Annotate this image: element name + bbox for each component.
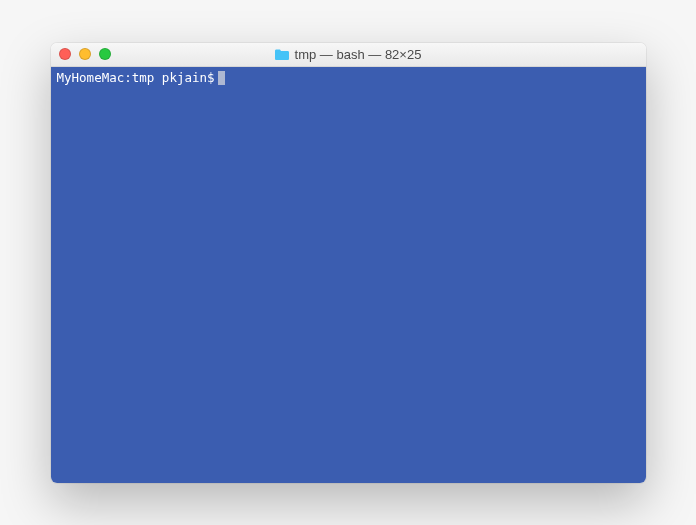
window-controls	[59, 48, 111, 60]
title-area: tmp — bash — 82×25	[51, 47, 646, 62]
terminal-body[interactable]: MyHomeMac:tmp pkjain$	[51, 67, 646, 483]
folder-icon	[275, 49, 289, 60]
cursor-block	[218, 71, 225, 85]
maximize-button[interactable]	[99, 48, 111, 60]
terminal-window: tmp — bash — 82×25 MyHomeMac:tmp pkjain$	[51, 43, 646, 483]
prompt-line: MyHomeMac:tmp pkjain$	[57, 70, 640, 87]
minimize-button[interactable]	[79, 48, 91, 60]
window-title: tmp — bash — 82×25	[295, 47, 422, 62]
titlebar: tmp — bash — 82×25	[51, 43, 646, 67]
prompt-text: MyHomeMac:tmp pkjain$	[57, 70, 215, 87]
close-button[interactable]	[59, 48, 71, 60]
